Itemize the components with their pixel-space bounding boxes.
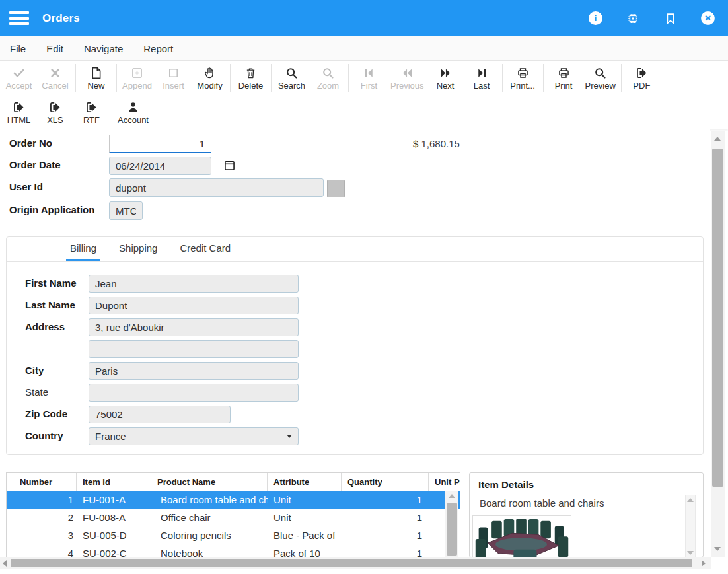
insert-square-icon (166, 66, 180, 80)
scroll-up-icon[interactable] (449, 494, 455, 498)
accept-check-icon (12, 66, 26, 80)
vertical-scrollbar-thumb[interactable] (712, 149, 723, 487)
page-title: Orders (42, 12, 80, 25)
page-vertical-scrollbar[interactable] (711, 131, 725, 557)
chip-icon[interactable] (626, 11, 640, 26)
print-button[interactable]: Print (546, 61, 582, 94)
html-export-button[interactable]: HTML (1, 96, 37, 129)
menu-icon[interactable] (9, 9, 29, 28)
toolbar-separator (271, 64, 272, 92)
country-select[interactable]: France (89, 427, 299, 445)
print-dialog-button[interactable]: Print... (505, 61, 541, 94)
zip-code-label: Zip Code (25, 408, 67, 419)
state-field[interactable] (89, 384, 299, 402)
order-date-field[interactable] (109, 157, 211, 175)
origin-application-label: Origin Application (9, 204, 94, 215)
calendar-icon[interactable] (223, 159, 237, 172)
origin-application-field[interactable] (109, 201, 143, 220)
table-row[interactable]: 4 SU-002-C Notebook Pack of 10 1 (7, 544, 460, 557)
col-header-item-id[interactable]: Item Id (77, 473, 151, 491)
info-icon[interactable]: i (589, 11, 602, 25)
export-icon (48, 100, 62, 114)
country-label: Country (25, 430, 63, 441)
col-header-unit-price[interactable]: Unit Pr (429, 473, 460, 491)
append-button[interactable]: Append (119, 61, 155, 94)
menu-edit[interactable]: Edit (46, 43, 63, 54)
first-button[interactable]: First (351, 61, 387, 94)
city-label: City (25, 365, 44, 376)
next-button[interactable]: Next (427, 61, 464, 94)
orders-window: Orders i ✕ File Edit Navigate Report Acc… (0, 0, 728, 574)
table-row[interactable]: 1 FU-001-A Board room table and chairs U… (7, 491, 460, 509)
previous-record-icon (400, 66, 414, 80)
table-vertical-scrollbar[interactable] (445, 491, 458, 557)
account-button[interactable]: Account (114, 96, 152, 129)
details-vertical-scrollbar[interactable] (685, 495, 696, 557)
modify-button[interactable]: Modify (192, 61, 228, 94)
cancel-x-icon (48, 66, 62, 80)
city-field[interactable] (89, 362, 299, 380)
new-page-icon (89, 66, 103, 80)
zoom-button[interactable]: Zoom (310, 61, 346, 94)
tab-billing[interactable]: Billing (66, 237, 100, 261)
address-field-1[interactable] (89, 318, 299, 336)
order-no-label: Order No (9, 137, 52, 149)
preview-button[interactable]: Preview (582, 61, 619, 94)
scroll-down-icon[interactable] (687, 551, 694, 555)
accept-button[interactable]: Accept (1, 61, 37, 94)
close-icon[interactable]: ✕ (701, 11, 715, 25)
insert-button[interactable]: Insert (155, 61, 192, 94)
table-scrollbar-thumb[interactable] (447, 503, 457, 556)
first-name-label: First Name (25, 277, 77, 289)
horizontal-scrollbar-thumb[interactable] (11, 559, 692, 567)
page-horizontal-scrollbar[interactable] (0, 557, 711, 569)
toolbar-separator (502, 64, 503, 92)
state-label: State (25, 386, 48, 398)
address-label: Address (25, 321, 65, 332)
col-header-attribute[interactable]: Attribute (268, 473, 342, 491)
scroll-up-icon[interactable] (714, 137, 721, 141)
address-field-2[interactable] (89, 340, 299, 358)
scroll-right-icon[interactable] (702, 560, 706, 567)
export-icon (12, 100, 26, 114)
tab-credit-card[interactable]: Credit Card (176, 237, 235, 261)
bookmark-icon[interactable] (663, 11, 678, 26)
user-lookup-button[interactable] (327, 180, 345, 197)
order-date-label: Order Date (9, 159, 61, 170)
toolbar-separator (348, 64, 349, 92)
menu-navigate[interactable]: Navigate (84, 43, 123, 54)
scroll-up-icon[interactable] (687, 498, 694, 502)
modify-hand-icon (203, 66, 217, 80)
pdf-export-button[interactable]: PDF (624, 61, 660, 94)
menu-file[interactable]: File (10, 43, 26, 54)
cancel-button[interactable]: Cancel (37, 61, 73, 94)
xls-export-button[interactable]: XLS (37, 96, 73, 129)
table-row[interactable]: 2 FU-008-A Office chair Unit 1 (7, 509, 460, 526)
toolbar-row-2: HTML XLS RTF Account (0, 95, 728, 129)
tab-shipping[interactable]: Shipping (115, 237, 161, 261)
first-name-field[interactable] (89, 275, 299, 293)
new-button[interactable]: New (78, 61, 114, 94)
zoom-magnifier-icon (321, 66, 335, 80)
menu-report[interactable]: Report (143, 43, 173, 54)
table-row[interactable]: 3 SU-005-D Coloring pencils Blue - Pack … (7, 526, 460, 544)
user-id-label: User Id (9, 181, 43, 192)
scroll-left-icon[interactable] (3, 560, 7, 567)
toolbar-separator (116, 64, 117, 92)
col-header-product-name[interactable]: Product Name (151, 473, 268, 491)
order-no-field[interactable] (109, 135, 211, 153)
last-name-field[interactable] (89, 297, 299, 314)
zip-code-field[interactable] (89, 406, 231, 423)
last-button[interactable]: Last (464, 61, 500, 94)
rtf-export-button[interactable]: RTF (73, 96, 110, 129)
delete-button[interactable]: Delete (233, 61, 269, 94)
append-plus-square-icon (130, 66, 144, 80)
previous-button[interactable]: Previous (387, 61, 427, 94)
user-id-field[interactable] (109, 178, 324, 197)
item-details-title: Item Details (478, 479, 534, 490)
scroll-down-icon[interactable] (714, 547, 721, 551)
order-total: $ 1,680.15 (413, 138, 460, 149)
col-header-number[interactable]: Number (7, 473, 77, 491)
search-button[interactable]: Search (273, 61, 310, 94)
col-header-quantity[interactable]: Quantity (342, 473, 429, 491)
